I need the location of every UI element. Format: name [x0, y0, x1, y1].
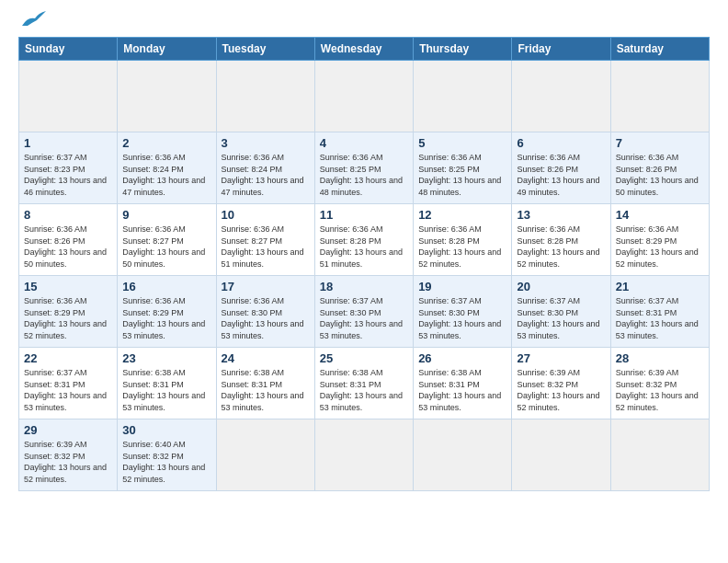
day-number: 2	[122, 136, 210, 150]
calendar-cell: 21Sunrise: 6:37 AM Sunset: 8:31 PM Dayli…	[610, 276, 709, 348]
day-number: 19	[418, 280, 506, 293]
calendar-cell: 17Sunrise: 6:36 AM Sunset: 8:30 PM Dayli…	[216, 276, 314, 348]
day-number: 28	[616, 351, 704, 365]
calendar-cell: 13Sunrise: 6:36 AM Sunset: 8:28 PM Dayli…	[512, 204, 610, 276]
calendar-cell: 5Sunrise: 6:36 AM Sunset: 8:25 PM Daylig…	[414, 132, 512, 204]
calendar-cell: 14Sunrise: 6:36 AM Sunset: 8:29 PM Dayli…	[610, 204, 709, 276]
weekday-header: Sunday	[19, 38, 118, 61]
day-number: 23	[122, 351, 210, 365]
calendar-cell	[512, 61, 610, 132]
calendar-cell: 7Sunrise: 6:36 AM Sunset: 8:26 PM Daylig…	[610, 132, 709, 204]
day-number: 15	[24, 280, 112, 293]
calendar-cell: 27Sunrise: 6:39 AM Sunset: 8:32 PM Dayli…	[512, 348, 610, 419]
day-info: Sunrise: 6:36 AM Sunset: 8:29 PM Dayligh…	[24, 295, 112, 341]
day-info: Sunrise: 6:36 AM Sunset: 8:28 PM Dayligh…	[418, 224, 506, 270]
calendar-cell: 26Sunrise: 6:38 AM Sunset: 8:31 PM Dayli…	[414, 348, 512, 419]
calendar-cell: 25Sunrise: 6:38 AM Sunset: 8:31 PM Dayli…	[314, 348, 413, 419]
calendar-cell: 19Sunrise: 6:37 AM Sunset: 8:30 PM Dayli…	[414, 276, 512, 348]
day-info: Sunrise: 6:36 AM Sunset: 8:25 PM Dayligh…	[320, 152, 408, 198]
day-info: Sunrise: 6:36 AM Sunset: 8:24 PM Dayligh…	[222, 152, 310, 198]
calendar-cell: 16Sunrise: 6:36 AM Sunset: 8:29 PM Dayli…	[118, 276, 216, 348]
day-number: 1	[24, 136, 112, 150]
calendar-cell: 3Sunrise: 6:36 AM Sunset: 8:24 PM Daylig…	[216, 132, 314, 204]
weekday-header: Wednesday	[314, 38, 413, 61]
day-info: Sunrise: 6:36 AM Sunset: 8:26 PM Dayligh…	[616, 152, 704, 198]
day-info: Sunrise: 6:37 AM Sunset: 8:30 PM Dayligh…	[517, 295, 605, 341]
calendar-cell	[118, 61, 216, 132]
day-info: Sunrise: 6:36 AM Sunset: 8:25 PM Dayligh…	[418, 152, 506, 198]
day-number: 25	[320, 351, 408, 365]
day-number: 10	[222, 208, 310, 222]
day-info: Sunrise: 6:39 AM Sunset: 8:32 PM Dayligh…	[24, 439, 112, 485]
weekday-header: Friday	[512, 38, 610, 61]
day-info: Sunrise: 6:38 AM Sunset: 8:31 PM Dayligh…	[320, 367, 408, 413]
day-info: Sunrise: 6:40 AM Sunset: 8:32 PM Dayligh…	[122, 439, 210, 485]
calendar-cell	[610, 419, 709, 491]
day-info: Sunrise: 6:37 AM Sunset: 8:31 PM Dayligh…	[24, 367, 112, 413]
day-info: Sunrise: 6:38 AM Sunset: 8:31 PM Dayligh…	[222, 367, 310, 413]
calendar-cell	[19, 61, 118, 132]
calendar-cell: 11Sunrise: 6:36 AM Sunset: 8:28 PM Dayli…	[314, 204, 413, 276]
calendar-cell	[314, 419, 413, 491]
calendar-cell	[610, 61, 709, 132]
calendar-cell: 24Sunrise: 6:38 AM Sunset: 8:31 PM Dayli…	[216, 348, 314, 419]
day-number: 11	[320, 208, 408, 222]
calendar-cell: 8Sunrise: 6:36 AM Sunset: 8:26 PM Daylig…	[19, 204, 118, 276]
day-info: Sunrise: 6:36 AM Sunset: 8:28 PM Dayligh…	[517, 224, 605, 270]
day-info: Sunrise: 6:36 AM Sunset: 8:27 PM Dayligh…	[222, 224, 310, 270]
calendar-cell: 18Sunrise: 6:37 AM Sunset: 8:30 PM Dayli…	[314, 276, 413, 348]
calendar-cell	[414, 61, 512, 132]
day-number: 17	[222, 280, 310, 293]
day-number: 4	[320, 136, 408, 150]
day-info: Sunrise: 6:36 AM Sunset: 8:29 PM Dayligh…	[122, 295, 210, 341]
day-info: Sunrise: 6:36 AM Sunset: 8:30 PM Dayligh…	[222, 295, 310, 341]
day-info: Sunrise: 6:39 AM Sunset: 8:32 PM Dayligh…	[517, 367, 605, 413]
logo-bird-icon	[20, 9, 48, 29]
day-number: 12	[418, 208, 506, 222]
day-info: Sunrise: 6:37 AM Sunset: 8:30 PM Dayligh…	[418, 295, 506, 341]
calendar-cell	[216, 419, 314, 491]
day-number: 20	[517, 280, 605, 293]
calendar-cell: 6Sunrise: 6:36 AM Sunset: 8:26 PM Daylig…	[512, 132, 610, 204]
weekday-header: Tuesday	[216, 38, 314, 61]
weekday-header: Monday	[118, 38, 216, 61]
day-info: Sunrise: 6:38 AM Sunset: 8:31 PM Dayligh…	[418, 367, 506, 413]
day-number: 22	[24, 351, 112, 365]
day-number: 5	[418, 136, 506, 150]
day-number: 27	[517, 351, 605, 365]
day-info: Sunrise: 6:36 AM Sunset: 8:29 PM Dayligh…	[616, 224, 704, 270]
day-number: 21	[616, 280, 704, 293]
day-number: 8	[24, 208, 112, 222]
calendar-cell	[414, 419, 512, 491]
calendar-cell	[512, 419, 610, 491]
day-number: 16	[122, 280, 210, 293]
day-number: 24	[222, 351, 310, 365]
calendar-cell	[314, 61, 413, 132]
day-info: Sunrise: 6:36 AM Sunset: 8:27 PM Dayligh…	[122, 224, 210, 270]
calendar-cell: 10Sunrise: 6:36 AM Sunset: 8:27 PM Dayli…	[216, 204, 314, 276]
header	[18, 17, 710, 29]
page: SundayMondayTuesdayWednesdayThursdayFrid…	[0, 0, 728, 563]
day-number: 13	[517, 208, 605, 222]
calendar-cell: 20Sunrise: 6:37 AM Sunset: 8:30 PM Dayli…	[512, 276, 610, 348]
calendar-cell: 4Sunrise: 6:36 AM Sunset: 8:25 PM Daylig…	[314, 132, 413, 204]
day-number: 3	[222, 136, 310, 150]
logo	[18, 17, 48, 29]
calendar-cell: 15Sunrise: 6:36 AM Sunset: 8:29 PM Dayli…	[19, 276, 118, 348]
day-info: Sunrise: 6:36 AM Sunset: 8:24 PM Dayligh…	[122, 152, 210, 198]
calendar: SundayMondayTuesdayWednesdayThursdayFrid…	[18, 37, 710, 491]
day-number: 9	[122, 208, 210, 222]
day-number: 30	[122, 423, 210, 437]
day-info: Sunrise: 6:37 AM Sunset: 8:23 PM Dayligh…	[24, 152, 112, 198]
weekday-header: Thursday	[414, 38, 512, 61]
calendar-cell: 23Sunrise: 6:38 AM Sunset: 8:31 PM Dayli…	[118, 348, 216, 419]
calendar-cell: 2Sunrise: 6:36 AM Sunset: 8:24 PM Daylig…	[118, 132, 216, 204]
calendar-cell: 28Sunrise: 6:39 AM Sunset: 8:32 PM Dayli…	[610, 348, 709, 419]
calendar-cell: 12Sunrise: 6:36 AM Sunset: 8:28 PM Dayli…	[414, 204, 512, 276]
day-info: Sunrise: 6:37 AM Sunset: 8:30 PM Dayligh…	[320, 295, 408, 341]
day-info: Sunrise: 6:38 AM Sunset: 8:31 PM Dayligh…	[122, 367, 210, 413]
day-info: Sunrise: 6:36 AM Sunset: 8:28 PM Dayligh…	[320, 224, 408, 270]
day-number: 29	[24, 423, 112, 437]
day-number: 6	[517, 136, 605, 150]
day-number: 14	[616, 208, 704, 222]
